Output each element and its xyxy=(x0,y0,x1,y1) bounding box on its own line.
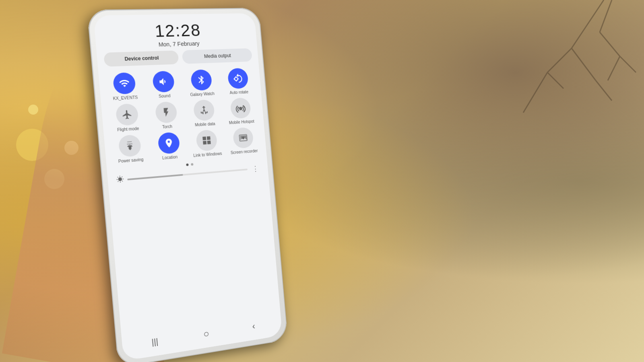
svg-line-9 xyxy=(608,56,620,80)
brightness-row: ⋮ xyxy=(116,162,261,187)
location-label: Location xyxy=(162,154,178,160)
status-bar: 12:28 Mon, 7 February xyxy=(93,13,257,53)
svg-line-1 xyxy=(547,48,572,72)
tile-location[interactable]: Location xyxy=(150,132,188,162)
mobile-data-icon xyxy=(193,99,215,121)
quick-tiles-grid: KX_EVENTS Sound xyxy=(103,68,262,165)
tile-flight-mode[interactable]: Flight mode xyxy=(107,103,147,133)
home-button[interactable]: ○ xyxy=(203,328,210,340)
tile-galaxy-watch[interactable]: Galaxy Watch xyxy=(183,69,220,98)
tile-mobile-hotspot[interactable]: Mobile Hotspot xyxy=(223,97,259,125)
tile-mobile-data[interactable]: Mobile data xyxy=(186,99,223,128)
screen-recorder-icon xyxy=(232,127,254,149)
clock-display: 12:28 xyxy=(101,21,250,41)
tile-torch[interactable]: Torch xyxy=(147,101,185,131)
bokeh-light-4 xyxy=(28,105,38,115)
phone-shell: 12:28 Mon, 7 February Device control Med… xyxy=(87,8,288,362)
svg-line-4 xyxy=(596,80,612,101)
dot-2 xyxy=(191,163,193,165)
link-windows-label: Link to Windows xyxy=(193,151,222,158)
torch-icon xyxy=(155,101,178,123)
svg-line-8 xyxy=(620,56,636,72)
svg-line-6 xyxy=(600,0,612,32)
back-button[interactable]: ‹ xyxy=(252,321,256,331)
sound-icon xyxy=(152,71,175,93)
dot-1 xyxy=(186,163,188,166)
tile-screen-recorder[interactable]: Screen recorder xyxy=(225,127,261,156)
svg-line-5 xyxy=(547,72,564,88)
recent-apps-button[interactable]: ||| xyxy=(151,337,159,347)
link-windows-icon xyxy=(195,130,217,152)
flight-mode-label: Flight mode xyxy=(117,126,139,133)
wifi-icon xyxy=(112,72,136,95)
auto-rotate-label: Auto rotate xyxy=(229,90,248,95)
media-output-button[interactable]: Media output xyxy=(182,48,253,64)
tile-sound[interactable]: Sound xyxy=(144,70,183,99)
tile-power-saving[interactable]: Power saving xyxy=(110,134,150,165)
torch-label: Torch xyxy=(162,124,173,130)
sound-label: Sound xyxy=(159,93,171,99)
hotspot-icon xyxy=(230,97,251,119)
svg-line-2 xyxy=(523,72,547,113)
svg-line-7 xyxy=(600,32,620,56)
galaxy-watch-label: Galaxy Watch xyxy=(190,91,215,97)
tile-wifi[interactable]: KX_EVENTS xyxy=(104,72,144,102)
quick-settings-panel: Device control Media output KX_EVENTS xyxy=(97,48,268,187)
wifi-label: KX_EVENTS xyxy=(113,95,138,101)
svg-line-3 xyxy=(572,48,596,80)
device-control-button[interactable]: Device control xyxy=(103,50,179,67)
brightness-fill xyxy=(127,174,183,181)
flight-icon xyxy=(115,103,139,126)
tile-link-windows[interactable]: Link to Windows xyxy=(188,129,225,158)
rotate-icon xyxy=(227,68,248,89)
svg-line-0 xyxy=(572,0,604,48)
tile-auto-rotate[interactable]: Auto rotate xyxy=(220,68,256,96)
bluetooth-icon xyxy=(190,69,212,91)
screen-recorder-label: Screen recorder xyxy=(230,148,258,155)
power-saving-icon xyxy=(118,134,142,157)
brightness-icon xyxy=(116,175,124,185)
phone-screen: 12:28 Mon, 7 February Device control Med… xyxy=(93,13,283,361)
location-icon xyxy=(157,132,180,154)
mobile-data-label: Mobile data xyxy=(195,121,215,128)
hotspot-label: Mobile Hotspot xyxy=(229,119,254,125)
more-options-button[interactable]: ⋮ xyxy=(250,162,261,175)
power-saving-label: Power saving xyxy=(118,157,143,164)
tree-decoration xyxy=(443,0,644,201)
brightness-slider[interactable] xyxy=(127,169,248,180)
